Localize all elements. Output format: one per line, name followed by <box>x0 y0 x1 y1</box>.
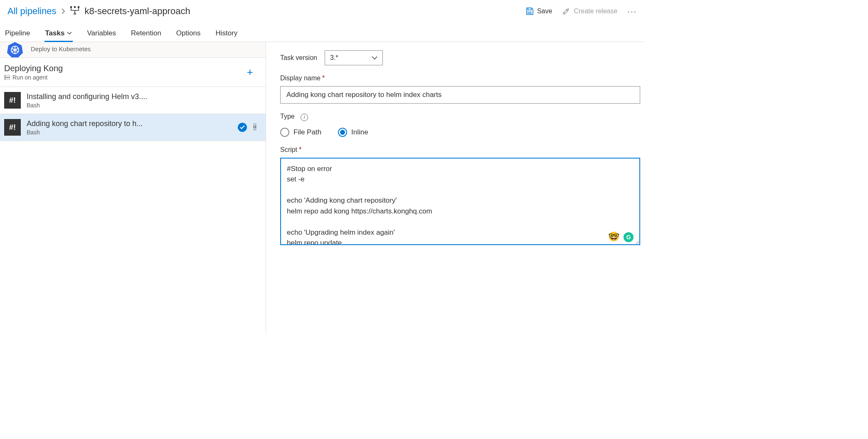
task-row[interactable]: #! Adding kong chart repository to h... … <box>0 114 266 141</box>
type-option-file-path[interactable]: File Path <box>280 128 321 137</box>
type-option-inline[interactable]: Inline <box>338 128 368 137</box>
header-bar: All pipelines k8-secrets-yaml-approach S… <box>0 0 644 17</box>
svg-rect-0 <box>70 6 72 8</box>
radio-icon <box>338 128 347 137</box>
chevron-right-icon <box>61 8 65 14</box>
emoji-nerd-icon[interactable]: 🤓 <box>608 231 619 242</box>
radio-label: File Path <box>293 128 321 136</box>
task-type: Bash <box>27 129 232 136</box>
kubernetes-icon <box>6 40 24 59</box>
bash-task-icon: #! <box>4 92 21 109</box>
script-label: Script* <box>280 146 640 154</box>
stage-subtitle: Deploy to Kubernetes <box>31 45 91 52</box>
stage-row[interactable]: Deploy to Kubernetes <box>0 42 266 58</box>
grammarly-icon[interactable]: G <box>624 232 634 242</box>
task-type: Bash <box>27 102 257 109</box>
save-icon <box>525 7 534 15</box>
display-name-label: Display name* <box>280 74 640 82</box>
drag-handle-icon[interactable]: ⠿⠿ <box>253 125 257 130</box>
svg-point-16 <box>5 76 6 77</box>
svg-rect-1 <box>74 6 76 8</box>
breadcrumb-title: k8-secrets-yaml-approach <box>84 6 190 17</box>
type-label: Type i <box>280 113 640 121</box>
create-release-label: Create release <box>574 7 617 15</box>
create-release-button[interactable]: Create release <box>562 7 617 15</box>
tab-retention[interactable]: Retention <box>130 25 162 42</box>
job-title: Deploying Kong <box>4 64 63 73</box>
svg-point-17 <box>5 79 6 79</box>
svg-rect-2 <box>78 6 79 8</box>
radio-label: Inline <box>351 128 368 136</box>
job-subtitle-text: Run on agent <box>12 74 47 81</box>
chevron-down-icon <box>67 32 72 35</box>
radio-icon <box>280 128 289 137</box>
chevron-down-icon <box>372 56 377 60</box>
job-subtitle: Run on agent <box>4 74 63 81</box>
tab-tasks-label: Tasks <box>45 29 65 37</box>
task-version-value: 3.* <box>330 54 338 62</box>
floating-badges: 🤓 G <box>608 231 634 242</box>
tabs-row: Pipeline Tasks Variables Retention Optio… <box>0 17 644 42</box>
tab-pipeline[interactable]: Pipeline <box>4 25 31 42</box>
task-title: Installing and configuring Helm v3.... <box>27 92 257 101</box>
check-circle-icon <box>238 123 247 132</box>
svg-point-3 <box>74 13 76 15</box>
main-content: Deploy to Kubernetes Deploying Kong Run … <box>0 42 644 333</box>
add-task-button[interactable]: + <box>243 66 257 79</box>
server-icon <box>4 75 10 80</box>
right-panel: Task version 3.* Display name* Type i <box>266 42 644 333</box>
task-title: Adding kong chart repository to h... <box>27 119 232 128</box>
breadcrumb-root-link[interactable]: All pipelines <box>7 6 56 17</box>
task-version-label: Task version <box>280 54 317 62</box>
more-actions-button[interactable]: ··· <box>627 7 637 16</box>
task-row[interactable]: #! Installing and configuring Helm v3...… <box>0 87 266 114</box>
info-icon[interactable]: i <box>301 114 308 121</box>
display-name-input[interactable] <box>280 86 640 104</box>
breadcrumb: All pipelines k8-secrets-yaml-approach <box>7 6 190 17</box>
tab-variables[interactable]: Variables <box>86 25 117 42</box>
job-header[interactable]: Deploying Kong Run on agent + <box>0 58 266 87</box>
tab-history[interactable]: History <box>215 25 238 42</box>
script-textarea[interactable] <box>280 158 640 245</box>
save-button[interactable]: Save <box>525 7 552 15</box>
pipeline-release-icon <box>70 6 79 15</box>
header-actions: Save Create release ··· <box>525 7 637 16</box>
task-version-select[interactable]: 3.* <box>325 50 383 65</box>
rocket-icon <box>562 7 570 15</box>
tab-tasks[interactable]: Tasks <box>44 25 73 42</box>
save-label: Save <box>537 7 552 15</box>
tab-options[interactable]: Options <box>175 25 202 42</box>
bash-task-icon: #! <box>4 119 21 136</box>
svg-point-4 <box>567 10 568 11</box>
type-radio-group: File Path Inline <box>280 128 640 137</box>
left-panel: Deploy to Kubernetes Deploying Kong Run … <box>0 42 266 333</box>
